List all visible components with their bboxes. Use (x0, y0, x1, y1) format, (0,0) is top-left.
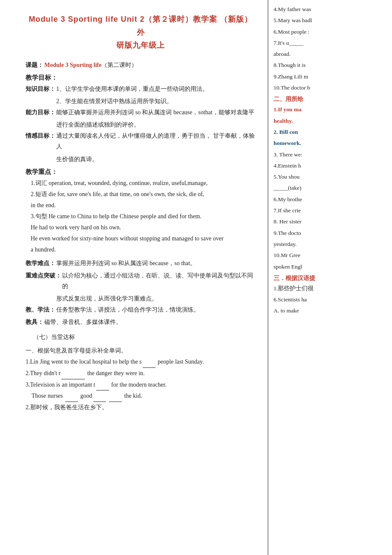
page-container: Module 3 Sporting life Unit 2（第２课时）教学案 （… (0, 0, 392, 555)
sidebar-item-9: 9.Zhang Lili m (274, 72, 387, 82)
ability-2: 进行全面的描述或独到的评价。 (26, 119, 256, 130)
exercise-5: 2.那时候，我爸爸生活在乡下。 (26, 402, 256, 413)
ex1-rest: people last Sunday. (156, 358, 204, 365)
difficulty-row: 教学难点： 掌握并运用并列连词 so 和从属连词 because，so that… (26, 258, 256, 269)
method-label: 教、学法： (26, 304, 55, 315)
sidebar-s2-2b: homework. (274, 138, 387, 148)
sidebar-s2-6: 6.My brothe (274, 194, 387, 205)
key-points-3: in the end. (26, 200, 256, 211)
sidebar-item-8: 8.Though it is (274, 60, 387, 70)
method-row: 教、学法： 任务型教学法，讲授法，小组合作学习法，情境演练。 (26, 304, 256, 315)
emotion-label: 情感目标： (26, 130, 55, 141)
subject-red: Module 3 Sporting life (44, 60, 101, 70)
ex4-mid: good (79, 393, 92, 399)
sidebar-s3-6a: A. to make (274, 306, 387, 316)
ex3-rest: for the modern teacher. (110, 382, 167, 388)
subject-row: 课题： Module 3 Sporting life （第二课时） (26, 60, 256, 70)
ability-label: 能力目标： (26, 107, 55, 118)
tools-row: 教具： 磁带、录音机、多媒体课件。 (26, 317, 256, 327)
knowledge-1: 1、让学生学会使用本课的单词，重点是一些动词的用法。 (56, 84, 208, 94)
key-points-1: 1.词汇 operation, treat, wounded, dying, c… (26, 178, 256, 189)
ex1-text: 1.Lin Jing went to the local hospital to… (26, 358, 142, 365)
key-points-6: He even worked for sixty-nine hours with… (26, 233, 256, 244)
sidebar-s2-5b: _____(take) (274, 183, 387, 193)
ex2-rest: the danger they were in. (86, 370, 144, 376)
exercise-1: 1.Lin Jing went to the local hospital to… (26, 356, 256, 368)
sidebar-s2-10: 10.Mr Gree (274, 250, 387, 260)
sidebar-item-6: 6.Most people : (274, 27, 387, 37)
sidebar-section3-title: 三．根据汉语提 (274, 275, 387, 282)
emotion-row: 情感目标： 通过大量阅读名人传记，从中懂得做人的道理，勇于担当， 甘于奉献，体验… (26, 130, 256, 152)
key-points-5: He had to work very hard on his own. (26, 222, 256, 233)
exercise-section: 一、根据句意及首字母提示补全单词。 1.Lin Jing went to the… (26, 347, 256, 413)
exercise-3: 3.Television is an important t for the m… (26, 379, 256, 391)
subject-label: 课题： (26, 60, 43, 70)
tools-1: 磁带、录音机、多媒体课件。 (44, 317, 122, 327)
subsection: （七）当堂达标 (26, 332, 256, 343)
breakthrough-1: 以介绍为核心，通过小组活动，在听、说、读、写中使单词及句型以不同的 (62, 270, 256, 292)
key-points-7: a hundred. (26, 244, 256, 255)
sidebar-item-10: 10.The doctor b (274, 83, 387, 93)
main-content: Module 3 Sporting life Unit 2（第２课时）教学案 （… (0, 0, 268, 555)
right-sidebar: 4.My father was 5.Mary was badl 6.Most p… (268, 0, 392, 555)
sidebar-s2-4: 4.Einstein h (274, 161, 387, 171)
exercise-2: 2.They didn't r the danger they were in. (26, 368, 256, 379)
sidebar-item-5: 5.Mary was badl (274, 15, 387, 26)
ability-1: 能够正确掌握并运用并列连词 so 和从属连词 because，sothat，能够… (56, 107, 254, 118)
subject-rest: （第二课时） (101, 60, 137, 70)
difficulty-label: 教学难点： (26, 258, 55, 269)
sidebar-s2-9b: yesterday. (274, 239, 387, 249)
sidebar-s2-9: 9.The docto (274, 228, 387, 238)
sidebar-s2-1: 1.If you ma (274, 104, 387, 115)
ability-row: 能力目标： 能够正确掌握并运用并列连词 so 和从属连词 because，sot… (26, 107, 256, 118)
emotion-2: 生价值的真谛。 (26, 154, 256, 165)
emotion-1: 通过大量阅读名人传记，从中懂得做人的道理，勇于担当， 甘于奉献，体验人 (56, 130, 256, 152)
knowledge-label: 知识目标： (26, 84, 55, 94)
key-points-2: 2.短语 die for, save one's life, at that t… (26, 189, 256, 200)
sidebar-s2-2: 2. Bill con (274, 127, 387, 137)
breakthrough-row: 重难点突破： 以介绍为核心，通过小组活动，在听、说、读、写中使单词及句型以不同的 (26, 270, 256, 292)
knowledge-row: 知识目标： 1、让学生学会使用本课的单词，重点是一些动词的用法。 (26, 84, 256, 94)
exercise-4: Those nurses good the kid. (26, 390, 256, 402)
knowledge-2: 2、学生能在情景对话中熟练运用所学知识。 (26, 96, 256, 107)
sidebar-s2-8: 8. Her sister (274, 217, 387, 227)
teaching-goals-label: 教学目标： (26, 74, 256, 82)
difficulty-1: 掌握并运用并列连词 so 和从属连词 because，so that。 (56, 258, 196, 269)
sidebar-s2-10b: spoken Engl (274, 262, 387, 272)
sidebar-s3-6: 6.Scientists ha (274, 295, 387, 305)
breakthrough-2: 形式反复出现，从而强化学习重难点。 (26, 293, 256, 304)
key-points-label: 教学重点： (26, 168, 256, 176)
breakthrough-label: 重难点突破： (26, 270, 61, 281)
ex3-text: 3.Television is an important t (26, 382, 95, 388)
sidebar-item-7b: abroad. (274, 49, 387, 59)
title-line1: Module 3 Sporting life Unit 2（第２课时）教学案 （… (26, 13, 256, 39)
key-points-4: 3.句型 He came to China to help the Chines… (26, 211, 256, 222)
sidebar-s2-7: 7.If she crie (274, 205, 387, 216)
title-line2: 研版九年级上 (26, 39, 256, 52)
sidebar-s2-1b: healthy. (274, 116, 387, 126)
sidebar-section2-title: 二、用所给 (274, 95, 387, 103)
exercise-intro: 一、根据句意及首字母提示补全单词。 (26, 347, 256, 355)
sidebar-item-7: 7.It's u_____ (274, 38, 387, 48)
document-title: Module 3 Sporting life Unit 2（第２课时）教学案 （… (26, 13, 256, 52)
ex4-blank3[interactable] (109, 402, 122, 402)
method-1: 任务型教学法，讲授法，小组合作学习法，情境演练。 (56, 304, 199, 315)
sidebar-s3-1: 1.那些护士们很 (274, 283, 387, 294)
sidebar-item-4: 4.My father was (274, 4, 387, 14)
sidebar-s2-5: 5.You shou (274, 172, 387, 182)
tools-label: 教具： (26, 317, 43, 327)
ex2-text: 2.They didn't r (26, 370, 61, 376)
sidebar-s2-3: 3. There we: (274, 150, 387, 160)
ex4-label: Those nurses (32, 393, 64, 399)
ex4-rest: the kid. (123, 393, 142, 399)
